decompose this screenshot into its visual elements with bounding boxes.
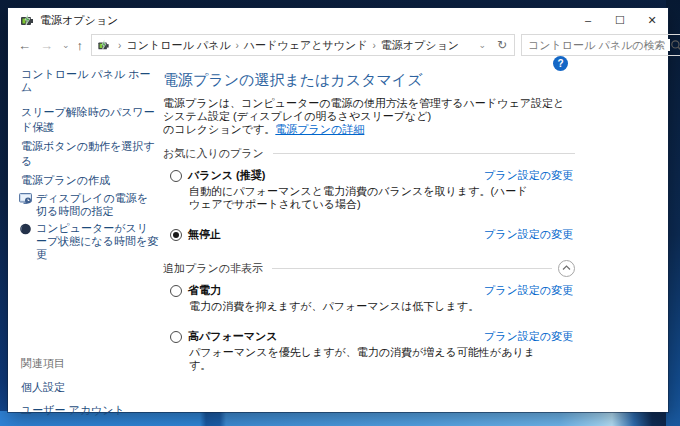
maximize-button[interactable]: ☐ [604,8,636,32]
plan-row-nonstop: 無停止 プラン設定の変更 [163,227,575,242]
breadcrumb-separator-icon: › [367,40,380,51]
radio-balanced[interactable] [170,170,182,182]
change-plan-settings-link[interactable]: プラン設定の変更 [484,168,575,183]
search-input[interactable] [528,39,670,51]
sidebar-item-label: ディスプレイの電源を切る時間の指定 [36,192,159,218]
sidebar-item-user-accounts[interactable]: ユーザー アカウント [21,403,125,418]
radio-nonstop[interactable] [170,229,182,241]
sidebar-item-password-protection-on-wakeup[interactable]: スリープ解除時のパスワード保護 [21,105,159,135]
section-divider [273,153,575,154]
intro-line-1: 電源プランは、コンピューターの電源の使用方法を管理するハードウェア設定とシステム… [163,97,564,122]
sidebar-item-choose-display-off-time[interactable]: ディスプレイの電源を切る時間の指定 [21,192,159,218]
window-title: 電源オプション [40,13,118,28]
back-button[interactable]: ← [18,39,31,52]
radio-power-saver[interactable] [170,285,182,297]
minimize-button[interactable]: – [572,8,604,32]
breadcrumb-separator-icon: › [113,40,126,51]
plan-description: 自動的にパフォーマンスと電力消費のバランスを取ります。(ハードウェアでサポートさ… [189,185,535,211]
plan-row-high-performance: 高パフォーマンス プラン設定の変更 [163,329,575,344]
section-label: お気に入りのプラン [163,146,264,161]
change-plan-settings-link[interactable]: プラン設定の変更 [484,329,575,344]
power-options-icon [20,13,34,27]
power-plan-details-link[interactable]: 電源プランの詳細 [275,123,364,135]
search-icon[interactable] [670,39,680,52]
recent-pages-chevron-icon[interactable]: ⌄ [62,41,70,50]
sidebar-item-control-panel-home[interactable]: コントロール パネル ホーム [21,68,159,94]
sidebar-item-change-sleep-time[interactable]: コンピューターがスリープ状態になる時間を変更 [21,222,159,261]
plan-description: 電力の消費を抑えますが、パフォーマンスは低下します。 [189,300,535,313]
related-items-header: 関連項目 [21,356,125,371]
chevron-up-icon [562,265,571,271]
intro-line-2: のコレクションです。 [163,123,275,135]
breadcrumb-separator-icon: › [231,40,244,51]
address-bar[interactable]: › コントロール パネル › ハードウェアとサウンド › 電源オプション ⌄ ↻ [91,34,515,56]
section-additional-plans: 追加プランの非表示 [163,260,575,276]
plan-row-power-saver: 省電力 プラン設定の変更 [163,283,575,298]
breadcrumb-power-options[interactable]: 電源オプション [381,38,459,53]
breadcrumb-control-panel[interactable]: コントロール パネル [126,38,230,53]
section-label: 追加プランの非表示 [163,261,263,276]
page-title: 電源プランの選択またはカスタマイズ [163,71,575,90]
sidebar-related-section: 関連項目 個人設定 ユーザー アカウント [21,356,125,426]
search-box[interactable] [521,34,680,56]
sidebar-item-choose-power-button-action[interactable]: 電源ボタンの動作を選択する [21,139,159,169]
power-options-breadcrumb-icon [97,39,110,51]
navigation-toolbar: ← → ⌄ ↑ › コントロール パネル › ハードウェアとサウンド › 電源オ… [8,32,668,58]
plan-description: パフォーマンスを優先しますが、電力の消費が増える可能性があります。 [189,346,535,372]
main-panel: ? 電源プランの選択またはカスタマイズ 電源プランは、コンピューターの電源の使用… [163,58,575,372]
change-plan-settings-link[interactable]: プラン設定の変更 [484,283,575,298]
radio-high-performance[interactable] [170,331,182,343]
collapse-section-button[interactable] [558,260,575,277]
section-divider [272,268,552,269]
plan-name[interactable]: 高パフォーマンス [188,329,278,344]
section-favorite-plans: お気に入りのプラン [163,145,575,161]
close-button[interactable]: ✕ [636,8,668,32]
content-area: コントロール パネル ホーム スリープ解除時のパスワード保護 電源ボタンの動作を… [8,58,668,412]
title-bar[interactable]: 電源オプション – ☐ ✕ [8,8,668,32]
desktop-wallpaper-right [666,0,680,426]
help-icon[interactable]: ? [553,56,568,71]
sidebar: コントロール パネル ホーム スリープ解除時のパスワード保護 電源ボタンの動作を… [8,58,163,412]
forward-button[interactable]: → [40,39,53,52]
sleep-moon-icon [19,223,32,235]
breadcrumb-hardware-and-sound[interactable]: ハードウェアとサウンド [244,38,368,53]
up-button[interactable]: ↑ [77,39,84,52]
sidebar-item-personalization[interactable]: 個人設定 [21,380,125,395]
plan-name[interactable]: 省電力 [188,283,221,298]
change-plan-settings-link[interactable]: プラン設定の変更 [484,227,575,242]
address-dropdown-chevron-icon[interactable]: ⌄ [472,40,492,50]
address-bar-buttons: ⌄ ↻ [472,38,512,52]
window-controls: – ☐ ✕ [572,8,668,32]
plan-name[interactable]: バランス (推奨) [188,168,265,183]
sidebar-item-create-power-plan[interactable]: 電源プランの作成 [21,173,159,188]
sidebar-item-label: コンピューターがスリープ状態になる時間を変更 [36,222,159,261]
power-options-window: 電源オプション – ☐ ✕ ← → ⌄ ↑ › コントロール パネル [8,8,668,412]
intro-text: 電源プランは、コンピューターの電源の使用方法を管理するハードウェア設定とシステム… [163,97,575,136]
plan-row-balanced: バランス (推奨) プラン設定の変更 [163,168,575,183]
refresh-icon[interactable]: ↻ [492,38,512,52]
display-clock-icon [19,193,32,205]
screen: 電源オプション – ☐ ✕ ← → ⌄ ↑ › コントロール パネル [0,0,680,426]
plan-name[interactable]: 無停止 [188,227,221,242]
